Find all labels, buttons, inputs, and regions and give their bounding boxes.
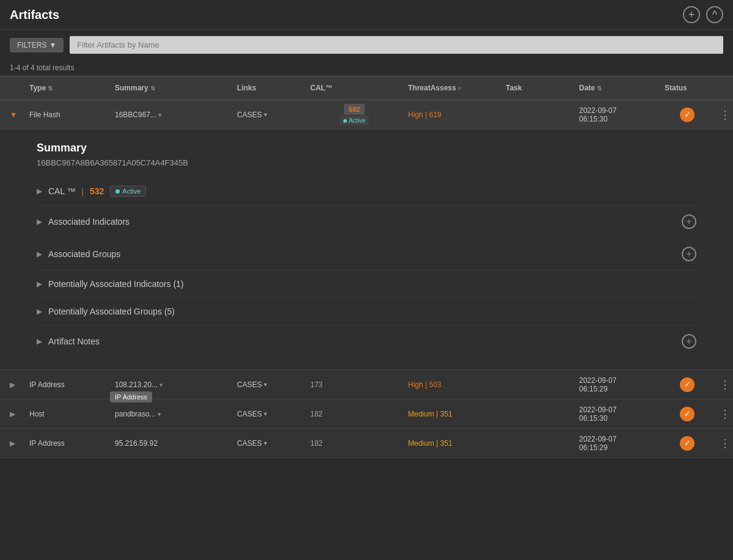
links-cell-3[interactable]: CASES ▾ xyxy=(232,435,305,451)
filter-threat-icon: ≡ xyxy=(458,85,462,92)
threat-cell-2: Medium | 351 xyxy=(403,406,501,422)
cal-cell-2: 182 xyxy=(305,406,403,422)
detail-section-3: ▶ Potentially Associated Groups (5) xyxy=(37,298,696,325)
section-label-3: Potentially Associated Groups (5) xyxy=(48,307,175,316)
status-cell-0: ✓ xyxy=(660,104,715,126)
summary-cell-0: 16BBC967... ▾ xyxy=(110,107,232,123)
filters-button[interactable]: FILTERS ▼ xyxy=(10,38,64,53)
th-cal: CAL™ xyxy=(305,81,403,95)
th-date: Date ⇅ xyxy=(574,81,660,95)
cal-cell-1: 173 xyxy=(305,377,403,393)
summary-cell-2: IP Address pandbraso... ▾ xyxy=(110,406,232,422)
date-cell-1: 2022-09-07 06:15:29 xyxy=(574,373,660,397)
more-btn-0[interactable]: ⋮ xyxy=(720,108,731,122)
chevron-cal[interactable]: ▶ xyxy=(37,187,42,195)
cal-cell-3: 182 xyxy=(305,435,403,451)
th-status: Status xyxy=(660,81,715,95)
expand-btn-2[interactable]: ▶ xyxy=(5,407,20,421)
chevron-4[interactable]: ▶ xyxy=(37,337,42,346)
filters-bar: FILTERS ▼ xyxy=(0,30,733,60)
chevron-1[interactable]: ▶ xyxy=(37,250,42,258)
type-cell-0: File Hash xyxy=(24,107,110,123)
cal-section-label: CAL ™ xyxy=(48,186,76,196)
expand-cell-3[interactable]: ▶ xyxy=(0,433,24,454)
th-type: Type ⇅ xyxy=(24,81,110,95)
cases-badge-1[interactable]: CASES ▾ xyxy=(237,380,301,389)
task-cell-2 xyxy=(501,410,574,418)
expand-btn-1[interactable]: ▶ xyxy=(5,378,20,391)
expand-cell-0[interactable]: ▼ xyxy=(0,104,24,125)
status-cell-3: ✓ xyxy=(660,432,715,454)
detail-cal-section: ▶ CAL ™ | 532 Active xyxy=(37,177,696,206)
chevron-0[interactable]: ▶ xyxy=(37,217,42,226)
more-btn-2[interactable]: ⋮ xyxy=(720,407,731,421)
more-btn-1[interactable]: ⋮ xyxy=(720,378,731,391)
more-cell-1[interactable]: ⋮ xyxy=(715,374,733,395)
threat-cell-3: Medium | 351 xyxy=(403,435,501,451)
cal-active-badge: Active xyxy=(110,186,146,197)
table-row-1: ▶ IP Address 108.213.20... ▾ CASES ▾ 173… xyxy=(0,370,733,399)
cases-badge-3[interactable]: CASES ▾ xyxy=(237,439,301,448)
task-cell-3 xyxy=(501,440,574,447)
th-links: Links xyxy=(232,81,305,95)
collapse-button[interactable]: ^ xyxy=(706,6,723,23)
status-check-0: ✓ xyxy=(680,107,695,122)
detail-section-1: ▶ Associated Groups + xyxy=(37,238,696,271)
section-label-2: Potentially Associated Indicators (1) xyxy=(48,279,184,289)
summary-dropdown-2[interactable]: ▾ xyxy=(158,410,161,418)
expand-btn-0[interactable]: ▼ xyxy=(5,108,22,122)
threat-cell-0: High | 619 xyxy=(403,107,501,123)
sort-type-icon: ⇅ xyxy=(48,85,53,92)
plus-btn-1[interactable]: + xyxy=(682,247,696,261)
th-expand xyxy=(0,81,24,95)
more-cell-3[interactable]: ⋮ xyxy=(715,433,733,454)
cases-badge-2[interactable]: CASES ▾ xyxy=(237,410,301,418)
task-cell-1 xyxy=(501,381,574,388)
expanded-detail: Summary 16BBC967A8B6A365871A05C74A4F345B… xyxy=(0,129,733,370)
sort-summary-icon: ⇅ xyxy=(150,85,155,92)
th-threat: ThreatAssess ≡ xyxy=(403,81,501,95)
type-cell-1: IP Address xyxy=(24,377,110,393)
th-summary: Summary ⇅ xyxy=(110,81,232,95)
summary-dropdown-1[interactable]: ▾ xyxy=(159,381,163,388)
section-label-1: Associated Groups xyxy=(48,249,120,259)
task-cell-0 xyxy=(501,111,574,118)
detail-section-0: ▶ Associated Indicators + xyxy=(37,206,696,238)
th-task: Task xyxy=(501,81,574,95)
expand-btn-3[interactable]: ▶ xyxy=(5,437,20,450)
more-btn-3[interactable]: ⋮ xyxy=(720,437,731,450)
summary-dropdown-0[interactable]: ▾ xyxy=(158,111,162,118)
expand-cell-1[interactable]: ▶ xyxy=(0,374,24,395)
cal-active-dot xyxy=(115,189,120,194)
th-more xyxy=(715,81,733,95)
type-cell-2: Host xyxy=(24,406,110,422)
plus-btn-0[interactable]: + xyxy=(682,214,696,229)
status-check-3: ✓ xyxy=(680,436,695,451)
more-cell-0[interactable]: ⋮ xyxy=(715,104,733,125)
detail-section-4: ▶ Artifact Notes + xyxy=(37,325,696,357)
cases-badge-0[interactable]: CASES ▾ xyxy=(237,111,301,119)
table: Type ⇅ Summary ⇅ Links CAL™ ThreatAssess… xyxy=(0,76,733,458)
table-row: ▼ File Hash 16BBC967... ▾ CASES ▾ 582 Ac… xyxy=(0,100,733,129)
filter-input[interactable] xyxy=(70,36,723,54)
more-cell-2[interactable]: ⋮ xyxy=(715,404,733,424)
links-cell-2[interactable]: CASES ▾ xyxy=(232,406,305,422)
date-cell-3: 2022-09-07 06:15:29 xyxy=(574,431,660,456)
add-button[interactable]: + xyxy=(683,6,700,23)
expand-cell-2[interactable]: ▶ xyxy=(0,404,24,424)
detail-hash: 16BBC967A8B6A365871A05C74A4F345B xyxy=(37,158,696,167)
chevron-2[interactable]: ▶ xyxy=(37,280,42,288)
summary-cell-1: 108.213.20... ▾ xyxy=(110,377,232,393)
plus-btn-4[interactable]: + xyxy=(682,334,696,349)
app-container: Artifacts + ^ FILTERS ▼ 1-4 of 4 total r… xyxy=(0,0,733,560)
status-cell-1: ✓ xyxy=(660,374,715,396)
sort-date-icon: ⇅ xyxy=(597,85,602,92)
chevron-3[interactable]: ▶ xyxy=(37,307,42,316)
links-cell-1[interactable]: CASES ▾ xyxy=(232,377,305,393)
cal-section-value: 532 xyxy=(90,186,104,196)
active-dot-0 xyxy=(343,119,347,123)
table-row-2: ▶ Host IP Address pandbraso... ▾ CASES ▾… xyxy=(0,399,733,429)
links-cell-0[interactable]: CASES ▾ xyxy=(232,107,305,123)
table-header: Type ⇅ Summary ⇅ Links CAL™ ThreatAssess… xyxy=(0,76,733,100)
status-check-1: ✓ xyxy=(680,377,695,392)
